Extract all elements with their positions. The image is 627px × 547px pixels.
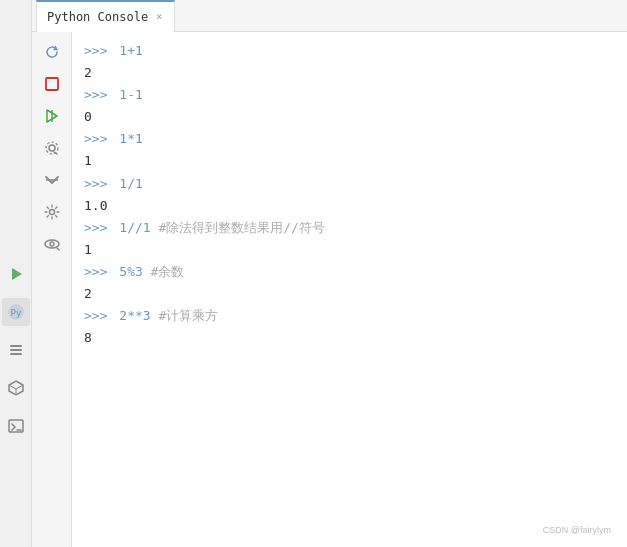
prompt-5: >>> [84, 217, 107, 239]
output-5: 1 [84, 239, 615, 261]
value-4: 1.0 [84, 195, 107, 217]
value-5: 1 [84, 239, 92, 261]
svg-point-18 [49, 210, 54, 215]
value-2: 0 [84, 106, 92, 128]
watermark: CSDN @fairylym [543, 525, 611, 535]
svg-rect-4 [10, 349, 22, 351]
code-1: 1+1 [111, 40, 142, 62]
sidebar-run-icon[interactable] [2, 260, 30, 288]
value-7: 8 [84, 327, 92, 349]
sidebar-left: Py [0, 0, 32, 547]
svg-rect-3 [10, 345, 22, 347]
prompt-1: >>> [84, 40, 107, 62]
prompt-7: >>> [84, 305, 107, 327]
restart-button[interactable] [37, 38, 67, 66]
comment-7: #计算乘方 [151, 305, 219, 327]
output-4: 1.0 [84, 195, 615, 217]
value-3: 1 [84, 150, 92, 172]
debug-settings-button[interactable] [37, 134, 67, 162]
code-2: 1-1 [111, 84, 142, 106]
svg-line-8 [16, 385, 23, 389]
value-1: 2 [84, 62, 92, 84]
output-1: 2 [84, 62, 615, 84]
code-7: 2**3 [111, 305, 150, 327]
tab-close-button[interactable]: × [154, 10, 164, 23]
svg-point-20 [50, 242, 54, 246]
tab-bar: Python Console × [32, 0, 627, 32]
sidebar-layers-icon[interactable] [2, 336, 30, 364]
sidebar-terminal-icon[interactable] [2, 412, 30, 440]
console-line-3: >>> 1*1 [84, 128, 615, 150]
console-line-5: >>> 1//1 #除法得到整数结果用//符号 [84, 217, 615, 239]
console-line-1: >>> 1+1 [84, 40, 615, 62]
view-button[interactable] [37, 230, 67, 258]
svg-text:Py: Py [10, 308, 21, 318]
console-line-7: >>> 2**3 #计算乘方 [84, 305, 615, 327]
console-line-6: >>> 5%3 #余数 [84, 261, 615, 283]
tab-title: Python Console [47, 10, 148, 24]
console-line-4: >>> 1/1 [84, 173, 615, 195]
prompt-2: >>> [84, 84, 107, 106]
code-3: 1*1 [111, 128, 142, 150]
comment-6: #余数 [143, 261, 185, 283]
main-area: Python Console × [32, 0, 627, 547]
svg-rect-12 [46, 78, 58, 90]
svg-point-15 [49, 145, 55, 151]
toolbar [32, 32, 72, 547]
prompt-6: >>> [84, 261, 107, 283]
comment-5: #除法得到整数结果用//符号 [151, 217, 325, 239]
python-console-tab[interactable]: Python Console × [36, 0, 175, 32]
code-6: 5%3 [111, 261, 142, 283]
code-5: 1//1 [111, 217, 150, 239]
output-3: 1 [84, 150, 615, 172]
svg-point-16 [46, 142, 58, 154]
settings-button[interactable] [37, 198, 67, 226]
run-debug-button[interactable] [37, 102, 67, 130]
svg-marker-0 [12, 268, 22, 280]
console-output[interactable]: >>> 1+1 2 >>> 1-1 0 >>> 1*1 1 [72, 32, 627, 547]
prompt-3: >>> [84, 128, 107, 150]
console-line-2: >>> 1-1 [84, 84, 615, 106]
stop-button[interactable] [37, 70, 67, 98]
svg-line-7 [9, 385, 16, 389]
output-2: 0 [84, 106, 615, 128]
sidebar-package-icon[interactable] [2, 374, 30, 402]
svg-rect-5 [10, 353, 22, 355]
output-7: 8 [84, 327, 615, 349]
value-6: 2 [84, 283, 92, 305]
code-4: 1/1 [111, 173, 142, 195]
svg-point-19 [45, 240, 59, 248]
content-area: >>> 1+1 2 >>> 1-1 0 >>> 1*1 1 [32, 32, 627, 547]
prompt-4: >>> [84, 173, 107, 195]
svg-line-21 [57, 248, 59, 250]
output-6: 2 [84, 283, 615, 305]
more-button[interactable] [37, 166, 67, 194]
sidebar-python-icon[interactable]: Py [2, 298, 30, 326]
